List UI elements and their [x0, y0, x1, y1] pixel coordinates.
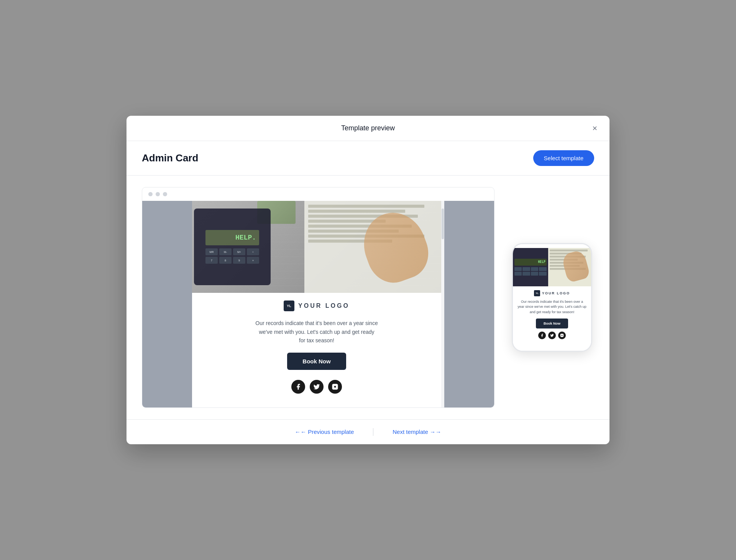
mobile-twitter-svg	[550, 333, 554, 337]
template-preview-modal: Template preview × Admin Card Select tem…	[127, 116, 610, 444]
next-template-button[interactable]: Next template → →	[393, 429, 441, 435]
calc-btn-mr: MR	[205, 248, 218, 255]
mobile-calculator: HELP	[513, 248, 548, 286]
mobile-twitter-icon	[548, 332, 556, 339]
calc-btn-mminus: M-	[219, 248, 232, 255]
next-arrow-icon: →	[435, 429, 441, 435]
modal-overlay: Template preview × Admin Card Select tem…	[0, 0, 736, 560]
mobile-preview-container: HELP	[510, 187, 594, 407]
browser-dot-3	[163, 192, 167, 196]
previous-template-button[interactable]: ← ← Previous template	[295, 429, 354, 435]
mobile-logo-text: YOUR LOGO	[542, 291, 570, 295]
calc-btn-mplus: M+	[233, 248, 245, 255]
calc-btn-8: 8	[219, 257, 232, 264]
calc-btn-7: 7	[205, 257, 218, 264]
hero-image-background: HELP. MR M- M+ ÷ 7 8 9	[192, 201, 441, 293]
preview-content: HELP. MR M- M+ ÷ 7 8 9	[142, 201, 494, 407]
modal-header: Template preview ×	[127, 116, 610, 141]
twitter-svg	[313, 383, 320, 390]
facebook-icon	[291, 380, 305, 394]
twitter-icon	[310, 380, 324, 394]
mobile-calc-btn-2	[522, 267, 530, 271]
mobile-calc-btn-6	[522, 272, 530, 276]
footer-divider	[373, 428, 373, 436]
calc-btn-div: ÷	[247, 248, 259, 255]
mobile-instagram-icon	[558, 332, 566, 339]
mobile-calc-btn-4	[539, 267, 546, 271]
calculator-buttons: MR M- M+ ÷ 7 8 9 ×	[205, 248, 259, 264]
mobile-instagram-svg	[560, 333, 564, 337]
template-name-label: Admin Card	[142, 152, 198, 164]
logo-section-desktop: YL YOUR LOGO	[284, 293, 350, 315]
left-side-panel	[142, 201, 192, 407]
mobile-email-content: YL YOUR LOGO Our records indicate that i…	[513, 286, 591, 347]
phone-notch	[513, 244, 591, 248]
calculator-image: HELP. MR M- M+ ÷ 7 8 9	[194, 209, 271, 285]
phone-bottom-bar	[513, 346, 591, 351]
mobile-hero-image: HELP	[513, 248, 591, 286]
mobile-calc-btn-5	[514, 272, 522, 276]
phone-frame: HELP	[512, 243, 592, 352]
close-button[interactable]: ×	[591, 123, 599, 134]
mobile-facebook-icon	[538, 332, 546, 339]
logo-badge-desktop: YL	[284, 301, 294, 311]
hero-image: HELP. MR M- M+ ÷ 7 8 9	[192, 201, 441, 293]
email-body-text-desktop: Our records indicate that it's been over…	[248, 315, 386, 348]
previous-template-label: ← Previous template	[301, 429, 354, 435]
modal-footer: ← ← Previous template Next template → →	[127, 419, 610, 444]
right-side-panel	[444, 201, 494, 407]
mobile-calc-btn-1	[514, 267, 522, 271]
mobile-email-body-text: Our records indicate that it's been over…	[518, 299, 586, 315]
social-icons-desktop	[291, 374, 342, 400]
facebook-svg	[295, 383, 302, 390]
email-card-desktop: HELP. MR M- M+ ÷ 7 8 9	[192, 201, 441, 407]
phone-content: HELP	[513, 248, 591, 347]
scrollbar[interactable]	[441, 201, 444, 407]
calc-btn-mul: ×	[247, 257, 259, 264]
desktop-preview: HELP. MR M- M+ ÷ 7 8 9	[142, 187, 495, 407]
browser-dot-1	[148, 192, 153, 196]
instagram-icon	[328, 380, 342, 394]
mobile-calc-display: HELP	[538, 260, 545, 264]
modal-title: Template preview	[341, 124, 395, 132]
calc-btn-9: 9	[233, 257, 245, 264]
logo-text-desktop: YOUR LOGO	[298, 302, 350, 309]
modal-body: HELP. MR M- M+ ÷ 7 8 9	[127, 176, 610, 419]
mobile-logo-badge: YL	[534, 290, 540, 296]
mobile-calc-btn-8	[539, 272, 546, 276]
select-template-button[interactable]: Select template	[533, 150, 594, 166]
calculator-screen: HELP.	[205, 230, 259, 245]
scrollbar-thumb	[442, 209, 444, 239]
browser-dot-2	[156, 192, 160, 196]
browser-bar	[142, 187, 494, 201]
next-template-label: Next template →	[393, 429, 435, 435]
mobile-logo-section: YL YOUR LOGO	[534, 290, 570, 296]
modal-subheader: Admin Card Select template	[127, 141, 610, 176]
mobile-social-icons	[538, 332, 566, 342]
instagram-svg	[332, 383, 338, 390]
book-now-button-desktop[interactable]: Book Now	[287, 353, 346, 370]
mobile-calc-screen: HELP	[514, 259, 547, 266]
mobile-calc-btn-7	[531, 272, 538, 276]
mobile-facebook-svg	[540, 333, 544, 337]
mobile-book-now-button[interactable]: Book Now	[536, 319, 568, 328]
calculator-display: HELP.	[235, 234, 256, 241]
previous-arrow-icon: ←	[295, 429, 301, 435]
mobile-calc-buttons	[514, 267, 547, 276]
mobile-calc-btn-3	[531, 267, 538, 271]
